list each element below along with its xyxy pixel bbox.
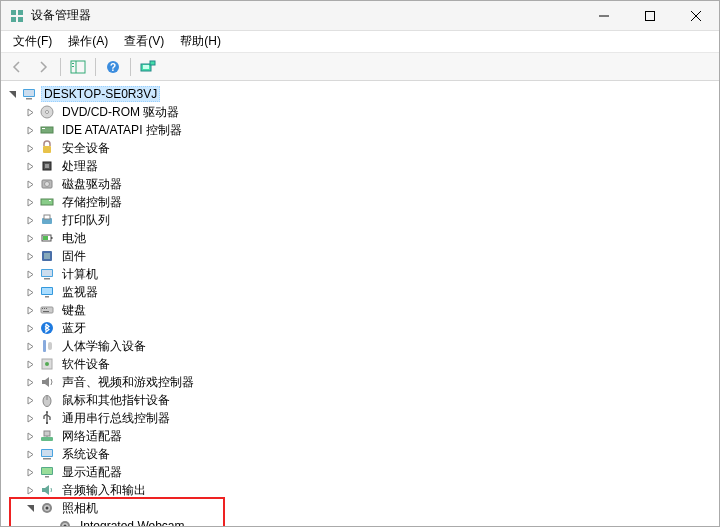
app-icon: [9, 8, 25, 24]
tree-category-label[interactable]: 声音、视频和游戏控制器: [59, 373, 197, 392]
expand-icon[interactable]: [23, 321, 37, 335]
tree-category[interactable]: 打印队列: [5, 211, 719, 229]
expand-icon[interactable]: [23, 285, 37, 299]
tree-category-label[interactable]: 打印队列: [59, 211, 113, 230]
tree-category[interactable]: DVD/CD-ROM 驱动器: [5, 103, 719, 121]
help-button[interactable]: ?: [101, 56, 125, 78]
tree-category-label[interactable]: 照相机: [59, 499, 101, 518]
tree-category[interactable]: 蓝牙: [5, 319, 719, 337]
tree-category-label[interactable]: 人体学输入设备: [59, 337, 149, 356]
expand-icon[interactable]: [23, 159, 37, 173]
expand-icon[interactable]: [23, 267, 37, 281]
tree-category-label[interactable]: 安全设备: [59, 139, 113, 158]
tree-category[interactable]: IDE ATA/ATAPI 控制器: [5, 121, 719, 139]
expand-icon[interactable]: [23, 429, 37, 443]
window-title: 设备管理器: [31, 7, 581, 24]
menu-view[interactable]: 查看(V): [116, 31, 172, 52]
disk-icon: [39, 176, 55, 192]
tree-category[interactable]: 鼠标和其他指针设备: [5, 391, 719, 409]
tree-category-label[interactable]: 软件设备: [59, 355, 113, 374]
tree-category[interactable]: 磁盘驱动器: [5, 175, 719, 193]
tree-category-label[interactable]: 键盘: [59, 301, 89, 320]
tree-category[interactable]: 通用串行总线控制器: [5, 409, 719, 427]
expand-icon[interactable]: [23, 501, 37, 515]
scan-hardware-button[interactable]: [136, 56, 160, 78]
svg-rect-22: [41, 127, 53, 133]
tree-device-label[interactable]: Integrated Webcam: [77, 518, 188, 526]
menu-help[interactable]: 帮助(H): [172, 31, 229, 52]
close-button[interactable]: [673, 1, 719, 30]
tree-category-label[interactable]: 鼠标和其他指针设备: [59, 391, 173, 410]
tree-root-label[interactable]: DESKTOP-SE0R3VJ: [41, 86, 160, 102]
tree-category-label[interactable]: 音频输入和输出: [59, 481, 149, 500]
expand-icon[interactable]: [23, 375, 37, 389]
expand-icon[interactable]: [23, 177, 37, 191]
tree-category-label[interactable]: 处理器: [59, 157, 101, 176]
svg-rect-32: [44, 215, 50, 219]
svg-rect-50: [43, 340, 46, 352]
expand-icon[interactable]: [23, 141, 37, 155]
tree-category[interactable]: 安全设备: [5, 139, 719, 157]
menu-action[interactable]: 操作(A): [60, 31, 116, 52]
tree-device-webcam[interactable]: Integrated Webcam: [5, 517, 719, 526]
device-tree[interactable]: DESKTOP-SE0R3VJ DVD/CD-ROM 驱动器IDE ATA/AT…: [1, 81, 719, 526]
expand-icon[interactable]: [23, 213, 37, 227]
tree-category[interactable]: 固件: [5, 247, 719, 265]
svg-rect-16: [150, 61, 155, 65]
tree-category[interactable]: 键盘: [5, 301, 719, 319]
svg-rect-40: [44, 278, 50, 280]
svg-point-53: [45, 362, 49, 366]
forward-button[interactable]: [31, 56, 55, 78]
tree-category-label[interactable]: 固件: [59, 247, 89, 266]
tree-category[interactable]: 网络适配器: [5, 427, 719, 445]
expand-icon[interactable]: [23, 249, 37, 263]
tree-category[interactable]: 人体学输入设备: [5, 337, 719, 355]
tree-category-label[interactable]: 网络适配器: [59, 427, 125, 446]
show-hide-tree-button[interactable]: [66, 56, 90, 78]
tree-category-camera[interactable]: 照相机: [5, 499, 719, 517]
toolbar-separator: [130, 58, 131, 76]
expand-icon[interactable]: [23, 393, 37, 407]
expand-icon[interactable]: [23, 465, 37, 479]
expand-icon[interactable]: [23, 123, 37, 137]
tree-category-label[interactable]: 计算机: [59, 265, 101, 284]
tree-category[interactable]: 音频输入和输出: [5, 481, 719, 499]
tree-category-label[interactable]: 电池: [59, 229, 89, 248]
tree-category[interactable]: 存储控制器: [5, 193, 719, 211]
tree-root[interactable]: DESKTOP-SE0R3VJ: [5, 85, 719, 103]
tree-category[interactable]: 系统设备: [5, 445, 719, 463]
expand-icon[interactable]: [23, 195, 37, 209]
svg-rect-45: [42, 308, 43, 309]
tree-category-label[interactable]: 存储控制器: [59, 193, 125, 212]
tree-category-label[interactable]: 监视器: [59, 283, 101, 302]
expand-icon[interactable]: [23, 339, 37, 353]
expand-icon[interactable]: [23, 303, 37, 317]
tree-category-label[interactable]: DVD/CD-ROM 驱动器: [59, 103, 182, 122]
menu-file[interactable]: 文件(F): [5, 31, 60, 52]
expand-icon[interactable]: [23, 105, 37, 119]
tree-category-label[interactable]: 磁盘驱动器: [59, 175, 125, 194]
back-button[interactable]: [5, 56, 29, 78]
svg-rect-23: [42, 128, 45, 129]
expand-icon[interactable]: [23, 231, 37, 245]
tree-category-label[interactable]: 显示适配器: [59, 463, 125, 482]
tree-category[interactable]: 监视器: [5, 283, 719, 301]
battery-icon: [39, 230, 55, 246]
tree-category-label[interactable]: 蓝牙: [59, 319, 89, 338]
expand-icon[interactable]: [5, 87, 19, 101]
tree-category[interactable]: 软件设备: [5, 355, 719, 373]
tree-category[interactable]: 计算机: [5, 265, 719, 283]
tree-category-label[interactable]: 通用串行总线控制器: [59, 409, 173, 428]
tree-category[interactable]: 显示适配器: [5, 463, 719, 481]
tree-category[interactable]: 电池: [5, 229, 719, 247]
expand-icon[interactable]: [23, 483, 37, 497]
expand-icon[interactable]: [23, 447, 37, 461]
tree-category-label[interactable]: IDE ATA/ATAPI 控制器: [59, 121, 185, 140]
tree-category-label[interactable]: 系统设备: [59, 445, 113, 464]
tree-category[interactable]: 声音、视频和游戏控制器: [5, 373, 719, 391]
tree-category[interactable]: 处理器: [5, 157, 719, 175]
expand-icon[interactable]: [23, 411, 37, 425]
maximize-button[interactable]: [627, 1, 673, 30]
expand-icon[interactable]: [23, 357, 37, 371]
minimize-button[interactable]: [581, 1, 627, 30]
